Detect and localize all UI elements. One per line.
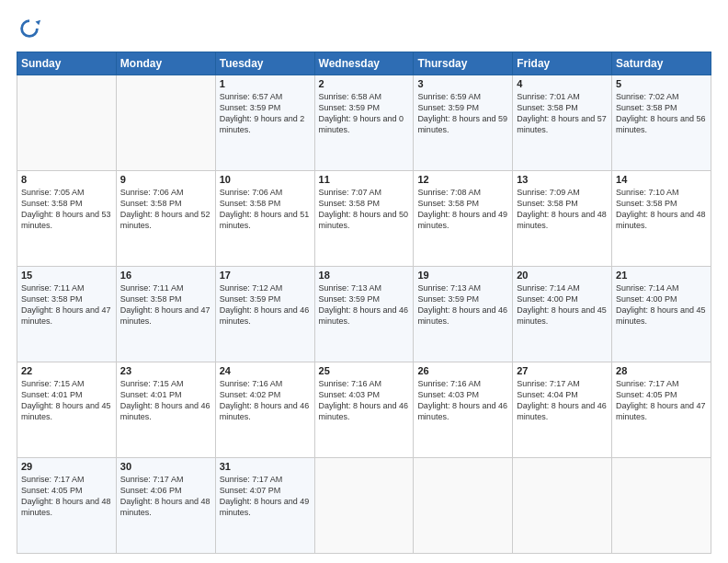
column-header-thursday: Thursday — [414, 52, 513, 75]
calendar-cell: 2Sunrise: 6:58 AMSunset: 3:59 PMDaylight… — [314, 75, 414, 171]
day-info: Sunrise: 7:09 AMSunset: 3:58 PMDaylight:… — [517, 187, 608, 232]
day-info: Sunrise: 6:59 AMSunset: 3:59 PMDaylight:… — [417, 91, 508, 136]
day-info: Sunrise: 7:17 AMSunset: 4:06 PMDaylight:… — [120, 474, 211, 519]
day-info: Sunrise: 7:15 AMSunset: 4:01 PMDaylight:… — [120, 378, 211, 423]
day-info: Sunrise: 7:16 AMSunset: 4:03 PMDaylight:… — [319, 378, 410, 423]
day-info: Sunrise: 7:01 AMSunset: 3:58 PMDaylight:… — [517, 91, 608, 136]
calendar-cell: 11Sunrise: 7:07 AMSunset: 3:58 PMDayligh… — [314, 171, 414, 267]
calendar-cell: 28Sunrise: 7:17 AMSunset: 4:05 PMDayligh… — [612, 362, 711, 458]
day-number: 18 — [319, 270, 410, 281]
calendar-cell: 22Sunrise: 7:15 AMSunset: 4:01 PMDayligh… — [17, 362, 117, 458]
calendar-cell: 8Sunrise: 7:05 AMSunset: 3:58 PMDaylight… — [17, 171, 117, 267]
day-number: 13 — [517, 174, 608, 185]
day-number: 5 — [616, 78, 707, 89]
day-number: 11 — [319, 174, 410, 185]
calendar-cell: 1Sunrise: 6:57 AMSunset: 3:59 PMDaylight… — [215, 75, 314, 171]
day-info: Sunrise: 7:17 AMSunset: 4:05 PMDaylight:… — [21, 474, 112, 519]
calendar-cell: 26Sunrise: 7:16 AMSunset: 4:03 PMDayligh… — [414, 362, 513, 458]
day-info: Sunrise: 7:12 AMSunset: 3:59 PMDaylight:… — [220, 282, 311, 327]
day-number: 26 — [417, 365, 508, 376]
day-number: 23 — [120, 365, 211, 376]
day-info: Sunrise: 7:08 AMSunset: 3:58 PMDaylight:… — [417, 187, 508, 232]
calendar-cell: 13Sunrise: 7:09 AMSunset: 3:58 PMDayligh… — [513, 171, 612, 267]
calendar-cell: 3Sunrise: 6:59 AMSunset: 3:59 PMDaylight… — [414, 75, 513, 171]
calendar-cell: 10Sunrise: 7:06 AMSunset: 3:58 PMDayligh… — [215, 171, 314, 267]
calendar-cell: 17Sunrise: 7:12 AMSunset: 3:59 PMDayligh… — [215, 267, 314, 362]
calendar-cell: 5Sunrise: 7:02 AMSunset: 3:58 PMDaylight… — [612, 75, 711, 171]
calendar-cell: 27Sunrise: 7:17 AMSunset: 4:04 PMDayligh… — [513, 362, 612, 458]
day-info: Sunrise: 7:07 AMSunset: 3:58 PMDaylight:… — [319, 187, 410, 232]
column-header-wednesday: Wednesday — [314, 52, 414, 75]
day-number: 1 — [220, 78, 311, 89]
day-number: 22 — [21, 365, 112, 376]
calendar-cell: 30Sunrise: 7:17 AMSunset: 4:06 PMDayligh… — [116, 458, 215, 554]
day-info: Sunrise: 7:11 AMSunset: 3:58 PMDaylight:… — [120, 282, 211, 327]
calendar-cell: 12Sunrise: 7:08 AMSunset: 3:58 PMDayligh… — [414, 171, 513, 267]
calendar-cell: 4Sunrise: 7:01 AMSunset: 3:58 PMDaylight… — [513, 75, 612, 171]
calendar-cell: 31Sunrise: 7:17 AMSunset: 4:07 PMDayligh… — [215, 458, 314, 554]
day-number: 10 — [220, 174, 311, 185]
day-info: Sunrise: 7:06 AMSunset: 3:58 PMDaylight:… — [220, 187, 311, 232]
calendar-week-row: 15Sunrise: 7:11 AMSunset: 3:58 PMDayligh… — [17, 267, 711, 362]
day-info: Sunrise: 7:17 AMSunset: 4:07 PMDaylight:… — [220, 474, 311, 519]
day-number: 21 — [616, 270, 707, 281]
day-number: 8 — [21, 174, 112, 185]
calendar-week-row: 22Sunrise: 7:15 AMSunset: 4:01 PMDayligh… — [17, 362, 711, 458]
calendar-cell — [414, 458, 513, 554]
calendar-cell: 24Sunrise: 7:16 AMSunset: 4:02 PMDayligh… — [215, 362, 314, 458]
day-info: Sunrise: 7:13 AMSunset: 3:59 PMDaylight:… — [319, 282, 410, 327]
column-header-friday: Friday — [513, 52, 612, 75]
calendar-cell: 29Sunrise: 7:17 AMSunset: 4:05 PMDayligh… — [17, 458, 117, 554]
calendar-cell: 20Sunrise: 7:14 AMSunset: 4:00 PMDayligh… — [513, 267, 612, 362]
calendar-cell — [116, 75, 215, 171]
column-header-tuesday: Tuesday — [215, 52, 314, 75]
day-number: 19 — [417, 270, 508, 281]
day-number: 3 — [417, 78, 508, 89]
calendar-cell — [314, 458, 414, 554]
calendar-cell — [17, 75, 117, 171]
day-number: 30 — [120, 461, 211, 472]
day-number: 16 — [120, 270, 211, 281]
calendar-cell — [513, 458, 612, 554]
day-number: 9 — [120, 174, 211, 185]
day-info: Sunrise: 7:06 AMSunset: 3:58 PMDaylight:… — [120, 187, 211, 232]
calendar-header-row: SundayMondayTuesdayWednesdayThursdayFrid… — [17, 52, 711, 75]
calendar-cell: 21Sunrise: 7:14 AMSunset: 4:00 PMDayligh… — [612, 267, 711, 362]
logo — [17, 17, 46, 42]
day-number: 25 — [319, 365, 410, 376]
calendar-cell: 18Sunrise: 7:13 AMSunset: 3:59 PMDayligh… — [314, 267, 414, 362]
calendar-cell: 25Sunrise: 7:16 AMSunset: 4:03 PMDayligh… — [314, 362, 414, 458]
day-info: Sunrise: 7:14 AMSunset: 4:00 PMDaylight:… — [616, 282, 707, 327]
calendar-week-row: 1Sunrise: 6:57 AMSunset: 3:59 PMDaylight… — [17, 75, 711, 171]
day-number: 20 — [517, 270, 608, 281]
page: SundayMondayTuesdayWednesdayThursdayFrid… — [0, 0, 728, 563]
day-info: Sunrise: 6:57 AMSunset: 3:59 PMDaylight:… — [220, 91, 311, 136]
calendar-cell: 9Sunrise: 7:06 AMSunset: 3:58 PMDaylight… — [116, 171, 215, 267]
day-number: 12 — [417, 174, 508, 185]
day-number: 14 — [616, 174, 707, 185]
column-header-saturday: Saturday — [612, 52, 711, 75]
day-number: 4 — [517, 78, 608, 89]
header — [17, 17, 711, 42]
calendar-cell: 14Sunrise: 7:10 AMSunset: 3:58 PMDayligh… — [612, 171, 711, 267]
day-info: Sunrise: 7:05 AMSunset: 3:58 PMDaylight:… — [21, 187, 112, 232]
day-info: Sunrise: 7:17 AMSunset: 4:05 PMDaylight:… — [616, 378, 707, 423]
calendar-week-row: 8Sunrise: 7:05 AMSunset: 3:58 PMDaylight… — [17, 171, 711, 267]
day-number: 27 — [517, 365, 608, 376]
calendar-table: SundayMondayTuesdayWednesdayThursdayFrid… — [17, 52, 711, 554]
day-info: Sunrise: 7:02 AMSunset: 3:58 PMDaylight:… — [616, 91, 707, 136]
day-info: Sunrise: 7:17 AMSunset: 4:04 PMDaylight:… — [517, 378, 608, 423]
calendar-cell: 16Sunrise: 7:11 AMSunset: 3:58 PMDayligh… — [116, 267, 215, 362]
day-info: Sunrise: 7:16 AMSunset: 4:02 PMDaylight:… — [220, 378, 311, 423]
day-number: 24 — [220, 365, 311, 376]
calendar-cell: 15Sunrise: 7:11 AMSunset: 3:58 PMDayligh… — [17, 267, 117, 362]
calendar-cell: 23Sunrise: 7:15 AMSunset: 4:01 PMDayligh… — [116, 362, 215, 458]
column-header-monday: Monday — [116, 52, 215, 75]
day-info: Sunrise: 7:11 AMSunset: 3:58 PMDaylight:… — [21, 282, 112, 327]
day-info: Sunrise: 7:10 AMSunset: 3:58 PMDaylight:… — [616, 187, 707, 232]
day-number: 17 — [220, 270, 311, 281]
column-header-sunday: Sunday — [17, 52, 117, 75]
day-info: Sunrise: 6:58 AMSunset: 3:59 PMDaylight:… — [319, 91, 410, 136]
day-info: Sunrise: 7:13 AMSunset: 3:59 PMDaylight:… — [417, 282, 508, 327]
calendar-cell: 19Sunrise: 7:13 AMSunset: 3:59 PMDayligh… — [414, 267, 513, 362]
